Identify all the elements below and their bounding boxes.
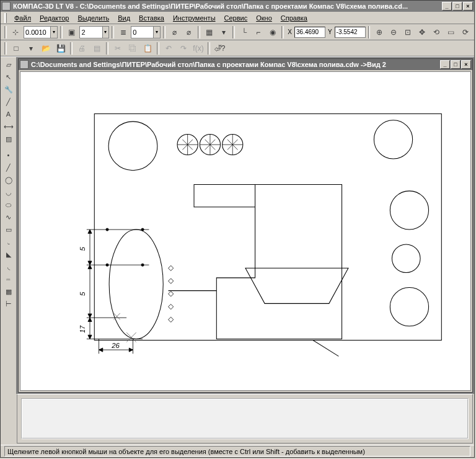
menu-help[interactable]: Справка [277,14,311,22]
scale-input[interactable] [80,29,102,36]
stop-icon[interactable]: ⌀ [168,25,181,39]
redo-icon[interactable]: ↷ [177,42,190,55]
layer-combo[interactable]: ▾ [131,26,161,38]
ortho-icon[interactable]: └ [237,25,250,39]
dim-v1: 5 [79,246,86,251]
zoom-fit-icon[interactable]: ▭ [444,25,457,39]
minimize-button[interactable]: _ [442,2,452,11]
select-arrow-icon[interactable]: ↖ [2,71,15,83]
segment-icon[interactable]: ╱ [2,161,15,174]
svg-point-20 [106,264,108,266]
text-icon[interactable]: A [2,108,15,120]
open-icon[interactable]: 📂 [39,42,53,55]
dim-v3: 17 [79,325,86,333]
x-label: X [286,29,293,35]
snap-step-icon[interactable]: ⊹ [9,25,22,39]
zoom-in-icon[interactable]: ⊕ [372,25,386,39]
doc-close-button[interactable]: × [461,60,471,69]
cut-icon[interactable]: ✂ [111,42,125,55]
chamfer-icon[interactable]: ◣ [2,248,15,261]
step-combo[interactable]: ▾ [24,26,58,38]
preview-icon[interactable]: ▤ [90,42,104,55]
y-coord[interactable]: -3.5542 [335,27,366,38]
menu-insert[interactable]: Вставка [135,14,168,22]
menu-select[interactable]: Выделить [74,14,113,22]
circle-icon[interactable]: ◯ [2,174,15,186]
status-bar: Щелкните левой кнопкой мыши на объекте д… [1,445,474,457]
maximize-button[interactable]: □ [452,2,462,11]
menu-editor[interactable]: Редактор [36,14,73,22]
svg-point-9 [109,230,163,339]
canvas[interactable]: 5 5 17 26 [20,71,471,391]
dropdown-arrow-icon[interactable]: ▾ [50,27,57,38]
doc-maximize-button[interactable]: □ [451,60,461,69]
dim-h1: 26 [111,342,120,349]
property-panel [17,394,473,443]
layer-input[interactable] [131,29,153,36]
rectangle-icon[interactable]: ▭ [2,223,15,236]
layers-icon[interactable]: ≣ [117,25,130,39]
menu-file[interactable]: Файл [11,14,35,22]
spline-icon[interactable]: ∿ [2,211,15,223]
snap-icon[interactable]: ◉ [266,25,279,39]
menu-view[interactable]: Вид [114,14,134,22]
mdi-area: C:\Documents and Settings\ПИТЕР\Рабочий … [17,57,474,394]
redraw-icon[interactable]: ⟳ [459,25,472,39]
grid-icon[interactable]: ▦ [203,25,216,39]
doc-minimize-button[interactable]: _ [440,60,450,69]
variables-icon[interactable]: f(x) [192,42,205,55]
svg-point-8 [390,287,428,326]
help-arrow-icon[interactable]: ⮰? [213,42,226,55]
wrench-icon[interactable]: 🔧 [2,83,15,96]
zoom-out-icon[interactable]: ⊖ [387,25,400,39]
close-button[interactable]: × [463,2,473,11]
y-label: Y [327,29,333,35]
state-icon[interactable]: ▣ [65,25,78,39]
print-icon[interactable]: 🖨 [75,42,89,55]
undo-icon[interactable]: ↶ [162,42,175,55]
save-icon[interactable]: 💾 [54,42,68,55]
scale-combo[interactable]: ▾ [79,26,109,38]
menu-tools[interactable]: Инструменты [169,14,219,22]
dropdown-arrow-icon[interactable]: ▾ [153,27,160,38]
polyline-icon[interactable]: ⦦ [2,236,15,248]
line-icon[interactable]: ╱ [2,96,15,108]
new-dropdown-icon[interactable]: ▾ [24,42,38,55]
geometry-icon[interactable]: ▱ [2,58,15,71]
paste-icon[interactable]: 📋 [141,42,154,55]
app-icon [2,2,11,11]
zoom-window-icon[interactable]: ⊡ [402,25,415,39]
svg-point-5 [374,120,412,159]
arc-icon[interactable]: ◡ [2,186,15,198]
dimension-icon[interactable]: ⟷ [2,120,15,133]
new-icon[interactable]: □ [9,42,23,55]
menu-bar: Файл Редактор Выделить Вид Вставка Инстр… [1,12,474,24]
hatch-icon[interactable]: ▨ [2,133,15,145]
zoom-prev-icon[interactable]: ⟲ [430,25,443,39]
menu-grip[interactable] [4,13,7,23]
menu-service[interactable]: Сервис [221,14,252,22]
axis-icon[interactable]: ⊢ [2,298,15,310]
offset-icon[interactable]: ⎓ [2,273,15,285]
doc-title: C:\Documents and Settings\ПИТЕР\Рабочий … [31,61,440,68]
local-cs-icon[interactable]: ⌐ [252,25,265,39]
pan-icon[interactable]: ✥ [416,25,429,39]
hatch2-icon[interactable]: ▩ [2,285,15,298]
stop2-icon[interactable]: ⌀ [182,25,195,39]
app-title: КОМПАС-3D LT V8 - C:\Documents and Setti… [13,2,442,10]
fillet-icon[interactable]: ◟ [2,261,15,273]
step-input[interactable] [24,29,50,36]
svg-rect-0 [94,114,441,340]
menu-window[interactable]: Окно [252,14,276,22]
property-panel-content [21,398,469,439]
copy-icon[interactable]: ⿻ [126,42,139,55]
dropdown-arrow-icon[interactable]: ▾ [102,27,109,38]
x-coord[interactable]: 36.4690 [294,27,325,38]
svg-point-19 [141,228,144,231]
doc-icon [20,60,29,69]
point-icon[interactable]: • [2,149,15,161]
grid-dropdown-icon[interactable]: ▾ [217,25,230,39]
svg-point-7 [392,244,420,273]
toolbar-view: ⊹ ▾ ▣ ▾ ≣ ▾ ⌀ ⌀ ▦ ▾ └ ⌐ ◉ X 36.4690 Y -3… [1,24,474,40]
ellipse-icon[interactable]: ⬭ [2,198,15,211]
